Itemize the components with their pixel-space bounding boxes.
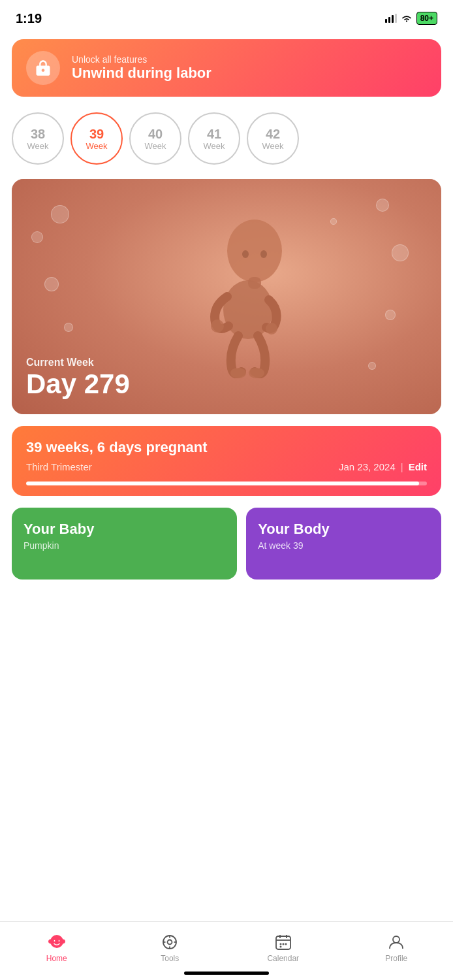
nav-tools[interactable]: Tools (144, 933, 196, 963)
pregnancy-date: Jan 23, 2024 (339, 461, 396, 472)
tools-label: Tools (161, 954, 179, 963)
svg-point-16 (48, 939, 52, 943)
baby-card-title: Your Baby (23, 521, 225, 538)
body-card-subtitle: At week 39 (258, 540, 430, 551)
baby-card-subtitle: Pumpkin (23, 540, 225, 551)
your-body-card[interactable]: Your Body At week 39 (246, 508, 441, 580)
unlock-banner[interactable]: Unlock all features Unwind during labor (12, 39, 441, 97)
fetus-background: Current Week Day 279 (12, 179, 441, 414)
bubble-9 (330, 218, 337, 225)
wifi-icon (401, 14, 413, 23)
date-divider: | (401, 461, 403, 472)
bubble-5 (376, 199, 389, 212)
tools-icon (161, 933, 179, 951)
status-time: 1:19 (16, 11, 42, 26)
bubble-7 (385, 310, 396, 320)
week-pill-42[interactable]: 42 Week (247, 112, 299, 165)
svg-point-17 (61, 939, 65, 943)
week-pill-41[interactable]: 41 Week (188, 112, 240, 165)
pregnancy-weeks-text: 39 weeks, 6 days pregnant (26, 439, 427, 456)
bottom-cards: Your Baby Pumpkin Your Body At week 39 (12, 508, 441, 580)
progress-bar-wrap (26, 482, 427, 485)
svg-point-4 (227, 220, 282, 282)
svg-point-11 (230, 368, 246, 378)
unlock-text: Unlock all features Unwind during labor (72, 54, 211, 82)
current-week-label: Current Week (26, 357, 130, 368)
signal-icon (385, 14, 397, 23)
bubble-2 (31, 231, 43, 243)
svg-rect-2 (392, 15, 394, 23)
bubble-1 (51, 205, 69, 223)
svg-point-7 (242, 250, 249, 258)
bubble-8 (368, 362, 376, 370)
home-label: Home (46, 954, 67, 963)
progress-bar-fill (26, 482, 419, 485)
fetus-text: Current Week Day 279 (26, 357, 130, 400)
lock-icon-wrap (26, 51, 60, 85)
svg-point-32 (393, 936, 399, 943)
battery-indicator: 80+ (416, 12, 437, 25)
your-baby-card[interactable]: Your Baby Pumpkin (12, 508, 237, 580)
svg-rect-24 (276, 936, 290, 949)
pregnancy-meta: Third Trimester Jan 23, 2024 | Edit (26, 461, 427, 472)
calendar-label: Calendar (267, 954, 299, 963)
calendar-icon (274, 933, 292, 951)
week-pill-40[interactable]: 40 Week (129, 112, 181, 165)
week-pill-38[interactable]: 38 Week (12, 112, 64, 165)
svg-point-10 (266, 323, 277, 335)
nav-profile[interactable]: Profile (370, 933, 422, 963)
svg-point-19 (168, 939, 172, 944)
svg-point-29 (282, 943, 284, 945)
main-content: Unlock all features Unwind during labor … (0, 33, 453, 580)
fetus-card: Current Week Day 279 (12, 179, 441, 414)
svg-point-30 (285, 943, 287, 945)
bubble-3 (44, 277, 59, 291)
week-selector: 38 Week 39 Week 40 Week 41 Week 42 Week (12, 112, 441, 167)
nav-home[interactable]: Home (31, 933, 83, 963)
date-edit: Jan 23, 2024 | Edit (339, 461, 427, 472)
svg-rect-1 (388, 17, 390, 23)
svg-point-15 (58, 939, 60, 941)
status-bar: 1:19 80+ (0, 0, 453, 33)
status-icons: 80+ (385, 12, 437, 25)
bubble-6 (392, 244, 409, 261)
fetus-illustration (183, 215, 313, 378)
svg-point-12 (249, 368, 264, 378)
svg-point-8 (260, 250, 267, 258)
profile-label: Profile (385, 954, 407, 963)
home-indicator (184, 972, 269, 975)
svg-rect-3 (395, 14, 397, 23)
svg-rect-0 (385, 19, 387, 23)
trimester-label: Third Trimester (26, 461, 92, 472)
body-card-title: Your Body (258, 521, 430, 538)
lock-icon (34, 59, 52, 77)
day-label: Day 279 (26, 368, 130, 400)
bubble-4 (64, 323, 73, 332)
profile-icon (387, 933, 405, 951)
svg-point-28 (279, 943, 281, 945)
unlock-title: Unwind during labor (72, 65, 211, 82)
svg-point-31 (279, 945, 281, 947)
svg-point-9 (211, 319, 224, 333)
unlock-subtitle: Unlock all features (72, 54, 211, 65)
nav-calendar[interactable]: Calendar (257, 933, 309, 963)
home-icon (48, 933, 66, 951)
edit-button[interactable]: Edit (409, 461, 427, 472)
week-pill-39[interactable]: 39 Week (70, 112, 123, 165)
pregnancy-card: 39 weeks, 6 days pregnant Third Trimeste… (12, 426, 441, 496)
svg-point-14 (54, 939, 55, 941)
